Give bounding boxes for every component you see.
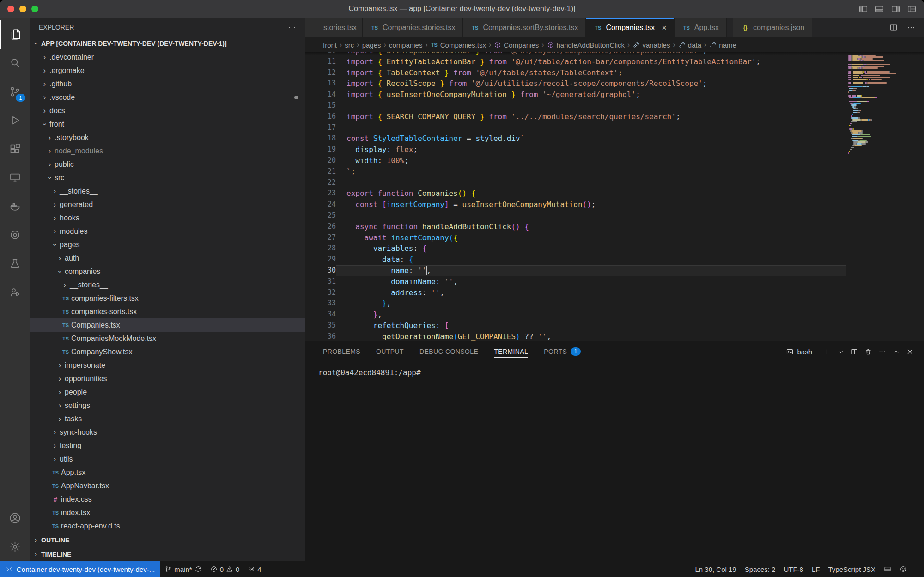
breadcrumb-item[interactable]: companies [389, 41, 423, 49]
more-actions-icon[interactable] [906, 23, 916, 32]
eol-status[interactable]: LF [808, 561, 824, 577]
split-editor-icon[interactable] [889, 23, 898, 32]
problems-status[interactable]: 0 0 [206, 561, 244, 577]
activity-docker[interactable] [0, 192, 30, 220]
project-section-header[interactable]: › APP [CONTAINER DEV-TWENTY-DEV (DEV-TWE… [30, 36, 305, 50]
breadcrumb-item[interactable]: src [345, 41, 354, 49]
tree-item[interactable]: ›companies [30, 265, 305, 278]
tree-item[interactable]: ›generated [30, 198, 305, 211]
tree-item[interactable]: ›front [30, 117, 305, 131]
tree-item[interactable]: ›settings [30, 399, 305, 412]
minimize-window-button[interactable] [19, 6, 26, 12]
activity-remote-explorer[interactable] [0, 163, 30, 192]
close-window-button[interactable] [7, 6, 14, 12]
close-icon[interactable]: × [662, 24, 667, 32]
timeline-section-header[interactable]: › TIMELINE [30, 547, 305, 561]
tree-item[interactable]: TSApp.tsx [30, 466, 305, 479]
remote-indicator[interactable]: Container dev-twenty-dev (dev-twenty-dev… [0, 561, 160, 577]
panel-tab-output[interactable]: OUTPUT [376, 341, 404, 362]
zoom-window-button[interactable] [31, 6, 38, 12]
tree-item[interactable]: ›public [30, 158, 305, 171]
tree-item[interactable]: ›__stories__ [30, 184, 305, 198]
tree-item[interactable]: TSAppNavbar.tsx [30, 479, 305, 492]
tab-Companies.sortBy.stories.tsx[interactable]: TSCompanies.sortBy.stories.tsx [463, 18, 586, 37]
tree-item[interactable]: TSCompaniesMockMode.tsx [30, 332, 305, 345]
terminal-profiles-icon[interactable] [833, 345, 847, 358]
terminal-content[interactable]: root@0a42ecd84891:/app# [305, 362, 924, 561]
activity-accounts[interactable] [0, 504, 30, 532]
activity-settings[interactable] [0, 532, 30, 561]
tree-item[interactable]: ›modules [30, 225, 305, 238]
tree-item[interactable]: ›utils [30, 452, 305, 466]
language-mode-status[interactable]: TypeScript JSX [824, 561, 880, 577]
tree-item[interactable]: ›tasks [30, 412, 305, 425]
tree-item[interactable]: ›.ergomake [30, 64, 305, 77]
tree-item[interactable]: ›.vscode [30, 91, 305, 104]
indentation-status[interactable]: Spaces: 2 [741, 561, 780, 577]
breadcrumb-item[interactable]: pages [362, 41, 381, 49]
breadcrumb-item[interactable]: front [323, 41, 337, 49]
tree-item[interactable]: ›.github [30, 77, 305, 91]
breadcrumb-item[interactable]: name [709, 41, 736, 49]
tree-item[interactable]: ›testing [30, 439, 305, 452]
tree-item[interactable]: ›src [30, 171, 305, 184]
tree-item[interactable]: ›hooks [30, 211, 305, 225]
encoding-status[interactable]: UTF-8 [779, 561, 808, 577]
tree-item[interactable]: ›__stories__ [30, 278, 305, 292]
tree-item[interactable]: TSreact-app-env.d.ts [30, 519, 305, 533]
panel-tab-problems[interactable]: PROBLEMS [323, 341, 360, 362]
tree-item[interactable]: TSCompanies.tsx [30, 318, 305, 332]
minimap[interactable] [848, 54, 902, 154]
activity-run-and-debug[interactable] [0, 106, 30, 134]
tree-item[interactable]: TScompanies-filters.tsx [30, 292, 305, 305]
tree-item[interactable]: TSindex.tsx [30, 506, 305, 519]
tree-item[interactable]: ›.storybook [30, 131, 305, 144]
tree-item[interactable]: ›impersonate [30, 358, 305, 372]
activity-source-control[interactable]: 1 [0, 77, 30, 106]
panel-tab-terminal[interactable]: TERMINAL [494, 341, 528, 362]
activity-explorer[interactable] [0, 20, 30, 49]
activity-search[interactable] [0, 49, 30, 77]
breadcrumb-item[interactable]: data [678, 41, 701, 49]
cursor-position-status[interactable]: Ln 30, Col 19 [691, 561, 740, 577]
breadcrumb-item[interactable]: variables [632, 41, 670, 49]
tree-item[interactable]: ›node_modules [30, 144, 305, 158]
feedback-smiley-icon[interactable] [895, 561, 911, 577]
tree-item[interactable]: ›docs [30, 104, 305, 117]
tree-item[interactable]: TSCompanyShow.tsx [30, 345, 305, 358]
activity-gitlens[interactable] [0, 220, 30, 249]
breadcrumb-item[interactable]: handleAddButtonClick [547, 41, 625, 49]
tab-companies.json[interactable]: {}companies.json [733, 18, 812, 37]
explorer-more-actions-icon[interactable] [288, 23, 296, 31]
tree-item[interactable]: #index.css [30, 492, 305, 506]
notifications-bell-icon[interactable] [911, 561, 919, 577]
layout-sidebar-right-icon[interactable] [891, 4, 900, 14]
tab-Companies.stories.tsx[interactable]: TSCompanies.stories.tsx [363, 18, 463, 37]
tab-stories.tsx[interactable]: stories.tsx [305, 18, 363, 37]
activity-testing[interactable] [0, 249, 30, 278]
outline-section-header[interactable]: › OUTLINE [30, 533, 305, 547]
tab-App.tsx[interactable]: TSApp.tsx [675, 18, 727, 37]
more-actions-icon[interactable] [875, 345, 889, 358]
tree-item[interactable]: ›auth [30, 251, 305, 265]
git-branch-status[interactable]: main* [160, 561, 206, 577]
panel-tab-debug-console[interactable]: DEBUG CONSOLE [419, 341, 478, 362]
breadcrumb-item[interactable]: TSCompanies.tsx [431, 41, 486, 49]
layout-status-icon[interactable] [880, 561, 895, 577]
code-editor[interactable]: 10import { WithTopBarContainer } from '@… [305, 52, 924, 341]
tree-item[interactable]: ›opportunities [30, 372, 305, 385]
new-terminal-icon[interactable] [820, 345, 833, 358]
breadcrumb-item[interactable]: Companies [494, 41, 539, 49]
tree-item[interactable]: ›.devcontainer [30, 50, 305, 64]
tree-item[interactable]: ›pages [30, 238, 305, 251]
kill-terminal-icon[interactable] [861, 345, 875, 358]
layout-sidebar-left-icon[interactable] [858, 4, 868, 14]
ports-status[interactable]: 4 [243, 561, 265, 577]
tree-item[interactable]: ›people [30, 385, 305, 399]
tree-item[interactable]: ›sync-hooks [30, 425, 305, 439]
layout-panel-icon[interactable] [875, 4, 884, 14]
terminal-shell-selector[interactable]: bash [786, 348, 812, 356]
tab-Companies.tsx[interactable]: TSCompanies.tsx× [586, 18, 674, 37]
tree-item[interactable]: TScompanies-sorts.tsx [30, 305, 305, 318]
layout-customize-icon[interactable] [907, 4, 917, 14]
